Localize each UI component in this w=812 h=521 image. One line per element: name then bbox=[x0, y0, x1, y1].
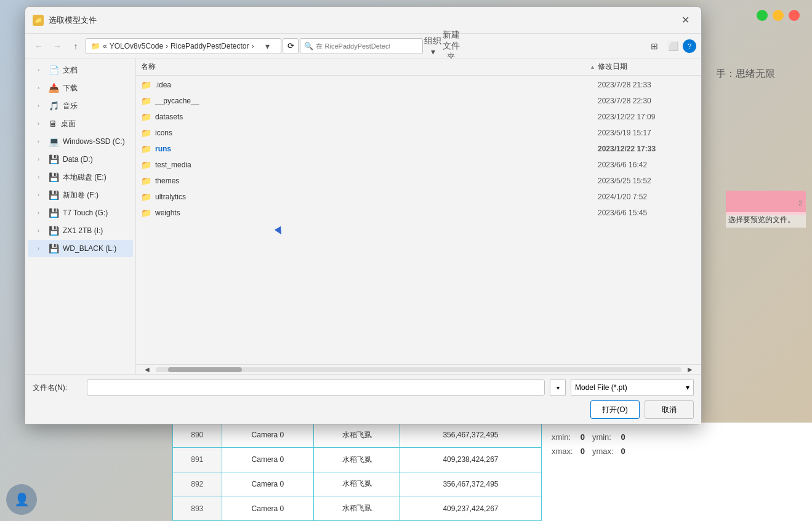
dialog-titlebar: 📁 选取模型文件 ✕ bbox=[25, 7, 701, 34]
col-name-header: 名称 bbox=[141, 62, 587, 72]
dialog-app-icon: 📁 bbox=[33, 15, 44, 26]
chevron-icon: › bbox=[38, 245, 45, 252]
file-item-idea[interactable]: 📁 .idea 2023/7/28 21:33 bbox=[136, 77, 701, 93]
filename-label: 文件名(N): bbox=[33, 383, 82, 393]
help-button[interactable]: ? bbox=[683, 39, 696, 53]
row-coords: 409,237,424,267 bbox=[400, 496, 541, 521]
path-root: YOLOv8v5Code bbox=[110, 42, 163, 50]
view-options-button[interactable]: ⊞ bbox=[646, 38, 663, 55]
folder-icon: 📁 bbox=[141, 80, 151, 90]
file-list-area: 名称 ▲ 修改日期 📁 .idea 2023/7/28 21:33 📁 __py… bbox=[136, 58, 701, 374]
item-label: 文档 bbox=[63, 65, 128, 76]
dialog-bottom: 文件名(N): ▾ Model File (*.pt) ▾ 打开(O) 取消 bbox=[25, 374, 701, 424]
up-button[interactable]: ↑ bbox=[67, 38, 84, 55]
ymax-label: ymax: bbox=[592, 447, 614, 456]
traffic-red[interactable] bbox=[789, 10, 800, 21]
item-icon: 📄 bbox=[49, 65, 59, 75]
file-name: ultralytics bbox=[155, 193, 594, 201]
sidebar-item-documents[interactable]: › 📄 文档 bbox=[28, 62, 133, 79]
file-item-datasets[interactable]: 📁 datasets 2023/12/22 17:09 bbox=[136, 109, 701, 125]
file-name: weights bbox=[155, 209, 594, 217]
sidebar-item-new-vol-f[interactable]: › 💾 新加卷 (F:) bbox=[28, 186, 133, 204]
file-item-pycache[interactable]: 📁 __pycache__ 2023/7/28 22:30 bbox=[136, 93, 701, 109]
filetype-select[interactable]: Model File (*.pt) ▾ bbox=[571, 380, 694, 396]
search-input[interactable] bbox=[316, 42, 390, 50]
file-item-runs[interactable]: 📁 runs 2023/12/22 17:33 bbox=[136, 141, 701, 157]
cancel-label: 取消 bbox=[662, 405, 677, 415]
file-item-weights[interactable]: 📁 weights 2023/6/6 15:45 bbox=[136, 205, 701, 221]
item-icon: 💾 bbox=[49, 190, 59, 200]
sidebar-item-desktop[interactable]: › 🖥 桌面 bbox=[28, 115, 133, 132]
address-dropdown[interactable]: ▾ bbox=[259, 38, 276, 55]
filename-dropdown[interactable]: ▾ bbox=[550, 380, 566, 396]
file-item-ultralytics[interactable]: 📁 ultralytics 2024/1/20 7:52 bbox=[136, 189, 701, 205]
file-name: datasets bbox=[155, 113, 594, 121]
horizontal-scrollbar[interactable]: ◀ ▶ bbox=[136, 364, 701, 374]
table-row[interactable]: 892 Camera 0 水稻飞虱 356,467,372,495 bbox=[173, 472, 542, 496]
row-id: 890 bbox=[173, 423, 222, 448]
file-item-test_media[interactable]: 📁 test_media 2023/6/6 16:42 bbox=[136, 157, 701, 173]
chevron-icon: › bbox=[38, 103, 45, 109]
item-icon: 💾 bbox=[49, 208, 59, 218]
open-button[interactable]: 打开(O) bbox=[590, 400, 640, 419]
row-camera: Camera 0 bbox=[222, 447, 314, 472]
item-label: 音乐 bbox=[63, 101, 128, 111]
row-id: 891 bbox=[173, 447, 222, 472]
filename-row: 文件名(N): ▾ Model File (*.pt) ▾ bbox=[33, 380, 694, 396]
item-icon: 💾 bbox=[49, 154, 59, 164]
organize-button[interactable]: 组织 ▾ bbox=[424, 38, 441, 55]
search-icon: 🔍 bbox=[304, 42, 313, 50]
dialog-close-button[interactable]: ✕ bbox=[677, 12, 694, 29]
row-label: 水稻飞虱 bbox=[314, 423, 400, 448]
traffic-lights bbox=[757, 10, 800, 21]
chevron-icon: › bbox=[38, 85, 45, 91]
table-row[interactable]: 891 Camera 0 水稻飞虱 409,238,424,267 bbox=[173, 447, 542, 472]
traffic-yellow[interactable] bbox=[773, 10, 784, 21]
bottom-data-area: 890 Camera 0 水稻飞虱 356,467,372,495 891 Ca… bbox=[172, 423, 812, 521]
ymax-value: 0 bbox=[621, 447, 625, 456]
h-scroll-right[interactable]: ▶ bbox=[681, 361, 699, 375]
path-separator-1: « bbox=[103, 42, 107, 50]
traffic-green[interactable] bbox=[757, 10, 768, 21]
ymin-value: 0 bbox=[621, 432, 625, 442]
preview-button[interactable]: ⬜ bbox=[664, 38, 681, 55]
item-label: ZX1 2TB (I:) bbox=[63, 226, 128, 235]
column-header: 名称 ▲ 修改日期 bbox=[136, 58, 701, 76]
sidebar-item-downloads[interactable]: › 📥 下载 bbox=[28, 79, 133, 97]
forward-button[interactable]: → bbox=[49, 38, 66, 55]
action-row: 打开(O) 取消 bbox=[33, 400, 694, 419]
sidebar-item-wd-l[interactable]: › 💾 WD_BLACK (L:) bbox=[28, 240, 133, 257]
coords-panel: xmin: 0 ymin: 0 xmax: 0 ymax: 0 bbox=[542, 423, 635, 521]
cancel-button[interactable]: 取消 bbox=[645, 400, 694, 419]
file-item-icons[interactable]: 📁 icons 2023/5/19 15:17 bbox=[136, 125, 701, 141]
file-name: test_media bbox=[155, 161, 594, 169]
row-id: 893 bbox=[173, 496, 222, 521]
organize-label: 组织 ▾ bbox=[424, 36, 441, 57]
chevron-icon: › bbox=[38, 156, 45, 162]
file-item-themes[interactable]: 📁 themes 2023/5/25 15:52 bbox=[136, 173, 701, 189]
filename-input[interactable] bbox=[87, 380, 545, 396]
sidebar-item-windows-ssd[interactable]: › 💻 Windows-SSD (C:) bbox=[28, 133, 133, 150]
sidebar-item-data-d[interactable]: › 💾 Data (D:) bbox=[28, 151, 133, 168]
row-camera: Camera 0 bbox=[222, 496, 314, 521]
table-row[interactable]: 890 Camera 0 水稻飞虱 356,467,372,495 bbox=[173, 423, 542, 448]
file-date: 2023/12/22 17:09 bbox=[598, 113, 696, 121]
item-label: 新加卷 (F:) bbox=[63, 190, 128, 201]
sidebar-item-local-e[interactable]: › 💾 本地磁盘 (E:) bbox=[28, 169, 133, 186]
back-button[interactable]: ← bbox=[30, 38, 47, 55]
sidebar-item-t7-g[interactable]: › 💾 T7 Touch (G:) bbox=[28, 204, 133, 221]
h-scroll-thumb[interactable] bbox=[168, 367, 242, 372]
chevron-icon: › bbox=[38, 210, 45, 216]
ymin-label: ymin: bbox=[592, 432, 614, 442]
folder-icon: 📁 bbox=[141, 96, 151, 106]
new-folder-button[interactable]: 新建文件夹 bbox=[443, 38, 460, 55]
sidebar-item-zx1-i[interactable]: › 💾 ZX1 2TB (I:) bbox=[28, 222, 133, 239]
table-row[interactable]: 893 Camera 0 水稻飞虱 409,237,424,267 bbox=[173, 496, 542, 521]
file-date: 2023/12/22 17:33 bbox=[598, 145, 696, 153]
sidebar-item-music[interactable]: › 🎵 音乐 bbox=[28, 97, 133, 114]
refresh-button[interactable]: ⟳ bbox=[283, 38, 299, 54]
h-scroll-track bbox=[156, 367, 681, 372]
xmax-label: xmax: bbox=[552, 447, 573, 456]
h-scroll-left[interactable]: ◀ bbox=[139, 361, 156, 375]
search-box: 🔍 bbox=[300, 38, 423, 54]
